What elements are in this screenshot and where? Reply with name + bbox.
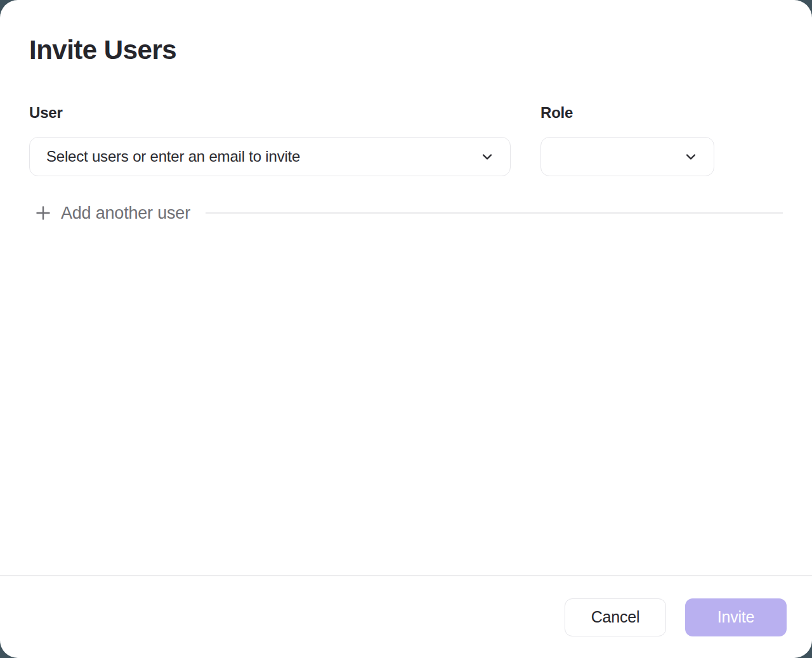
dialog-body: Invite Users User Select users or enter …: [0, 0, 812, 575]
divider-line: [206, 212, 783, 214]
cancel-button[interactable]: Cancel: [565, 598, 666, 636]
invite-button[interactable]: Invite: [685, 598, 787, 636]
dialog-footer: Cancel Invite: [0, 575, 812, 658]
add-another-user-button[interactable]: Add another user: [29, 204, 190, 222]
chevron-down-icon: [683, 149, 698, 164]
plus-icon: [34, 204, 52, 222]
user-label: User: [29, 104, 511, 122]
add-another-user-label: Add another user: [61, 205, 190, 222]
dialog-title: Invite Users: [29, 35, 783, 65]
user-select[interactable]: Select users or enter an email to invite: [29, 137, 511, 176]
invite-users-dialog: Invite Users User Select users or enter …: [0, 0, 812, 658]
user-select-value: Select users or enter an email to invite: [46, 148, 300, 165]
role-label: Role: [540, 104, 714, 122]
chevron-down-icon: [480, 149, 495, 164]
user-field: User Select users or enter an email to i…: [29, 104, 511, 176]
invite-form-row: User Select users or enter an email to i…: [29, 104, 783, 176]
role-select[interactable]: [540, 137, 714, 176]
add-another-user-row: Add another user: [29, 204, 783, 222]
role-field: Role: [540, 104, 714, 176]
